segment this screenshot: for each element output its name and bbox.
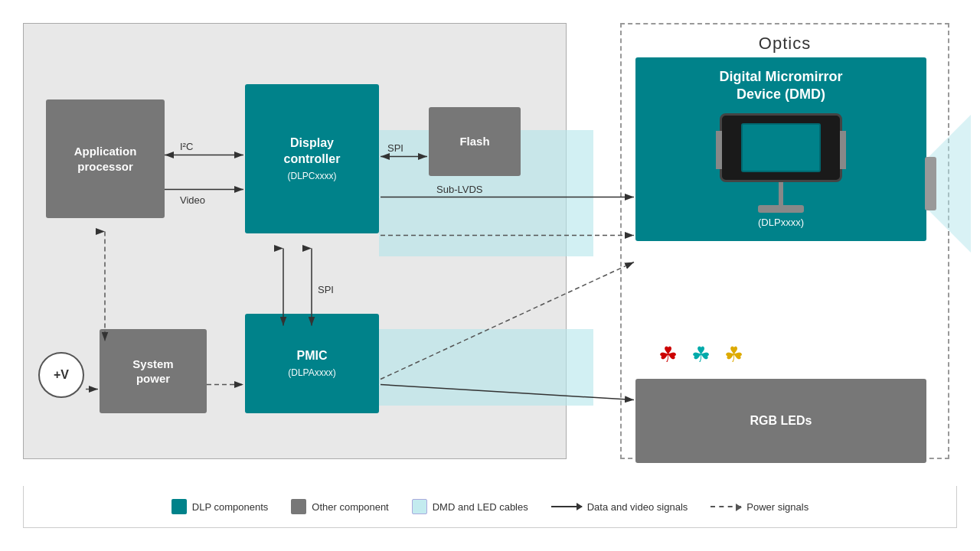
dmd-screen [741, 123, 821, 172]
dmd-sub-label: (DLPxxxx) [635, 217, 926, 228]
plus-v-label: +V [54, 368, 69, 382]
diagram-wrapper: Optics Applicationprocessor Displaycontr… [23, 23, 957, 528]
legend-dashed-arrow-icon [710, 506, 741, 507]
legend-power: Power signals [710, 501, 808, 513]
legend-cables: DMD and LED cables [412, 499, 528, 514]
dmd-stand [779, 182, 783, 205]
led-icons-group: ☘ ☘ ☘ [658, 342, 896, 367]
legend-dlp-label: DLP components [192, 501, 269, 513]
svg-rect-1 [925, 157, 936, 210]
app-processor-label: Applicationprocessor [74, 144, 137, 174]
display-controller-label: Displaycontroller [284, 135, 341, 168]
legend-dlp: DLP components [172, 499, 269, 514]
red-led-icon: ☘ [658, 342, 678, 367]
flash-label: Flash [459, 134, 489, 149]
dmd-title: Digital MicromirrorDevice (DMD) [635, 57, 926, 104]
flash-block: Flash [429, 107, 521, 176]
teal-led-icon: ☘ [691, 342, 710, 367]
legend-cables-label: DMD and LED cables [433, 501, 528, 513]
app-processor-block: Applicationprocessor [46, 99, 165, 218]
optics-title: Optics [622, 24, 948, 54]
light-cone-svg [925, 115, 975, 253]
pmic-sub: (DLPAxxxx) [288, 367, 335, 380]
pmic-label: PMIC [297, 348, 328, 364]
dmd-block: Digital MicromirrorDevice (DMD) (DLPxxxx… [635, 57, 926, 241]
legend-data-label: Data and video signals [587, 501, 688, 513]
dmd-chip-visual [720, 113, 842, 182]
system-power-label: Systempower [132, 357, 173, 386]
plus-v-circle: +V [38, 352, 84, 398]
display-controller-sub: (DLPCxxxx) [287, 171, 336, 183]
legend-solid-arrow-icon [551, 506, 582, 507]
yellow-led-icon: ☘ [724, 342, 743, 367]
rgb-leds-block: RGB LEDs [635, 379, 926, 463]
legend-gray-icon [291, 499, 306, 514]
system-power-block: Systempower [100, 329, 207, 413]
pmic-block: PMIC (DLPAxxxx) [245, 314, 379, 413]
display-controller-block: Displaycontroller (DLPCxxxx) [245, 84, 379, 233]
legend: DLP components Other component DMD and L… [23, 486, 957, 528]
legend-other: Other component [291, 499, 388, 514]
main-area: Optics Applicationprocessor Displaycontr… [23, 23, 957, 486]
legend-teal-icon [172, 499, 187, 514]
rgb-leds-label: RGB LEDs [750, 413, 812, 429]
legend-other-label: Other component [312, 501, 388, 513]
legend-power-label: Power signals [746, 501, 808, 513]
legend-data: Data and video signals [551, 501, 688, 513]
cyan-band-bottom [379, 329, 593, 406]
legend-cyan-icon [412, 499, 427, 514]
dmd-base [758, 205, 804, 213]
